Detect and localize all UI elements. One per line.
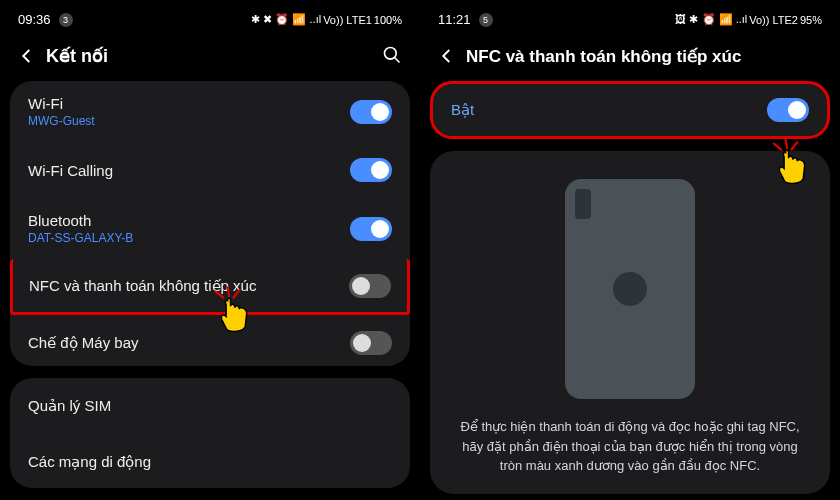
back-icon[interactable]	[436, 45, 458, 67]
status-network: Vo)) LTE2	[749, 14, 798, 26]
status-icons: 🖼 ✱ ⏰ 📶 ..ıl	[675, 13, 747, 26]
row-bluetooth[interactable]: Bluetooth DAT-SS-GALAXY-B	[10, 198, 410, 259]
row-label: NFC và thanh toán không tiếp xúc	[29, 277, 349, 295]
row-sim-manager[interactable]: Quản lý SIM	[10, 378, 410, 434]
row-label: Các mạng di động	[28, 453, 151, 471]
nfc-toggle[interactable]	[349, 274, 391, 298]
wifi-toggle[interactable]	[350, 100, 392, 124]
notif-count-badge: 5	[479, 13, 493, 27]
row-wifi[interactable]: Wi-Fi MWG-Guest	[10, 81, 410, 142]
row-wifi-calling[interactable]: Wi-Fi Calling	[10, 142, 410, 198]
screenshot-right: 11:21 5 🖼 ✱ ⏰ 📶 ..ıl Vo)) LTE2 95% NFC v…	[420, 0, 840, 500]
nfc-spot-icon	[613, 272, 647, 306]
nfc-enable-label: Bật	[451, 101, 474, 119]
page-header: NFC và thanh toán không tiếp xúc	[430, 37, 830, 81]
row-mobile-networks[interactable]: Các mạng di động	[10, 434, 410, 488]
bluetooth-toggle[interactable]	[350, 217, 392, 241]
page-title: Kết nối	[46, 45, 374, 67]
screenshot-left: 09:36 3 ✱ ✖ ⏰ 📶 ..ıl Vo)) LTE1 100% Kết …	[0, 0, 420, 500]
connections-panel-2: Quản lý SIM Các mạng di động	[10, 378, 410, 488]
status-battery: 95%	[800, 14, 822, 26]
row-sub: MWG-Guest	[28, 114, 350, 128]
status-icons: ✱ ✖ ⏰ 📶 ..ıl	[251, 13, 321, 26]
row-nfc[interactable]: NFC và thanh toán không tiếp xúc	[10, 259, 410, 315]
connections-panel-1: Wi-Fi MWG-Guest Wi-Fi Calling Bluetooth …	[10, 81, 410, 366]
search-icon[interactable]	[382, 45, 404, 67]
wifi-calling-toggle[interactable]	[350, 158, 392, 182]
status-network: Vo)) LTE1	[323, 14, 372, 26]
nfc-description: Để thực hiện thanh toán di động và đọc h…	[446, 417, 814, 476]
row-label: Wi-Fi Calling	[28, 162, 350, 179]
status-time: 11:21	[438, 12, 471, 27]
nfc-enable-row[interactable]: Bật	[430, 81, 830, 139]
row-label: Bluetooth	[28, 212, 350, 229]
notif-count-badge: 3	[59, 13, 73, 27]
status-time: 09:36	[18, 12, 51, 27]
status-battery: 100%	[374, 14, 402, 26]
row-label: Chế độ Máy bay	[28, 334, 350, 352]
row-label: Quản lý SIM	[28, 397, 111, 415]
svg-point-0	[385, 48, 397, 60]
nfc-enable-toggle[interactable]	[767, 98, 809, 122]
page-header: Kết nối	[10, 37, 410, 81]
status-bar: 09:36 3 ✱ ✖ ⏰ 📶 ..ıl Vo)) LTE1 100%	[10, 8, 410, 37]
row-label: Wi-Fi	[28, 95, 350, 112]
page-title: NFC và thanh toán không tiếp xúc	[466, 46, 824, 67]
phone-illustration	[565, 179, 695, 399]
phone-camera-icon	[575, 189, 591, 219]
row-airplane[interactable]: Chế độ Máy bay	[10, 315, 410, 366]
status-bar: 11:21 5 🖼 ✱ ⏰ 📶 ..ıl Vo)) LTE2 95%	[430, 8, 830, 37]
row-sub: DAT-SS-GALAXY-B	[28, 231, 350, 245]
back-icon[interactable]	[16, 45, 38, 67]
airplane-toggle[interactable]	[350, 331, 392, 355]
nfc-info-panel: Để thực hiện thanh toán di động và đọc h…	[430, 151, 830, 494]
